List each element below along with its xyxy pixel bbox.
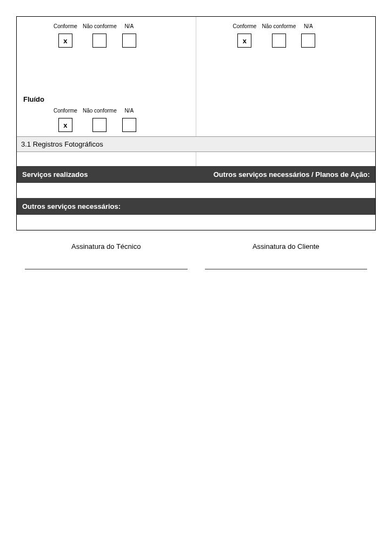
signature-cliente-line: [205, 269, 368, 269]
check-item-conforme: Conforme x: [233, 23, 257, 48]
checkbox-row-1-right: Conforme x Não conforme N/A: [196, 17, 376, 136]
check-label-conforme: Conforme: [54, 108, 77, 114]
checkbox-naoconforme[interactable]: [92, 34, 107, 48]
checkbox-naoconforme[interactable]: [92, 118, 107, 132]
check-item-conforme: Conforme x: [54, 23, 77, 48]
checkbox-na[interactable]: [122, 118, 136, 132]
check-label-naoconforme: Não conforme: [262, 23, 296, 29]
signatures-row: Assinatura do Técnico Assinatura do Clie…: [16, 242, 376, 269]
registros-cell-left: [17, 152, 196, 166]
signature-tecnico-line: [25, 269, 188, 269]
check-label-na: N/A: [304, 23, 313, 29]
check-group: Conforme x Não conforme N/A: [201, 23, 371, 48]
registros-cell-right: [196, 152, 376, 166]
check-label-conforme: Conforme: [233, 23, 257, 29]
check-label-naoconforme: Não conforme: [83, 108, 117, 114]
outros-blank-row: [17, 215, 375, 230]
form-box: Conforme x Não conforme N/A Fluído: [16, 16, 376, 230]
checkbox-row-1: Conforme x Não conforme N/A Fluído: [17, 17, 375, 136]
checkbox-conforme[interactable]: x: [237, 34, 251, 48]
section-registros: 3.1 Registros Fotográficos: [17, 136, 375, 152]
checkbox-na[interactable]: [122, 34, 136, 48]
check-group: Conforme x Não conforme N/A: [21, 23, 191, 48]
check-label-na: N/A: [124, 23, 134, 29]
spacer: [21, 48, 191, 91]
check-group-fluido: Conforme x Não conforme N/A: [21, 108, 191, 132]
dark-bar-outros: Outros serviços necessários:: [17, 198, 375, 215]
page-container: Conforme x Não conforme N/A Fluído: [0, 0, 392, 269]
check-item-naoconforme: Não conforme: [262, 23, 296, 48]
checkbox-naoconforme[interactable]: [272, 34, 286, 48]
checkbox-conforme[interactable]: x: [58, 118, 72, 132]
check-label-naoconforme: Não conforme: [83, 23, 117, 29]
check-item-naoconforme: Não conforme: [83, 23, 117, 48]
section-fluido-label: Fluído: [21, 91, 191, 105]
check-item-conforme: Conforme x: [54, 108, 77, 132]
signature-cliente: Assinatura do Cliente: [196, 242, 376, 269]
check-label-na: N/A: [124, 108, 134, 114]
checkbox-conforme[interactable]: x: [58, 34, 72, 48]
check-item-na: N/A: [301, 23, 315, 48]
signature-tecnico-label: Assinatura do Técnico: [16, 242, 196, 250]
dark-bar-servicos: Serviços realizados Outros serviços nece…: [17, 166, 375, 183]
registros-blank-row: [17, 152, 375, 166]
check-item-na: N/A: [122, 108, 136, 132]
servicos-realizados-label: Serviços realizados: [17, 166, 196, 183]
signature-cliente-label: Assinatura do Cliente: [196, 242, 376, 250]
signature-tecnico: Assinatura do Técnico: [16, 242, 196, 269]
check-label-conforme: Conforme: [54, 23, 77, 29]
outros-planos-label: Outros serviços necessários / Planos de …: [196, 166, 376, 183]
checkbox-row-1-left: Conforme x Não conforme N/A Fluído: [17, 17, 196, 136]
servicos-blank-row: [17, 183, 375, 198]
checkbox-na[interactable]: [301, 34, 315, 48]
check-item-na: N/A: [122, 23, 136, 48]
check-item-naoconforme: Não conforme: [83, 108, 117, 132]
